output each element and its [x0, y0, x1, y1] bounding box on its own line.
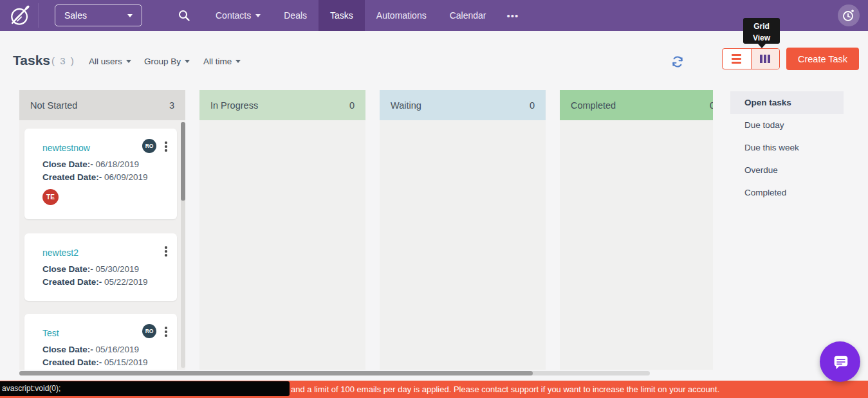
column-name: In Progress [210, 100, 258, 111]
task-card[interactable]: Test Close Date:- 05/16/2019 Created Dat… [24, 314, 177, 370]
engagebay-logo[interactable] [6, 1, 34, 30]
task-card[interactable]: newtestnow Close Date:- 06/18/2019 Creat… [24, 129, 177, 219]
tooltip-text: Grid [743, 21, 780, 32]
banner-text: and a limit of 100 emails per day is app… [291, 381, 719, 398]
task-card[interactable]: newtest2 Close Date:- 05/30/2019 Created… [24, 233, 177, 301]
column-scrollbar[interactable] [181, 122, 185, 368]
nav-more-menu[interactable]: ••• [498, 0, 528, 31]
ellipsis-icon: ••• [507, 10, 519, 21]
tooltip-text: View [743, 32, 780, 44]
filter-label: All time [203, 57, 232, 66]
refresh-icon [671, 55, 684, 68]
horizontal-scrollbar[interactable] [19, 371, 650, 375]
kanban-board: Not Started 3 newtestnow Close Date:- 06… [19, 90, 713, 376]
grid-view-icon [760, 55, 770, 63]
quickfilter-completed[interactable]: Completed [730, 181, 844, 204]
owner-avatar: RO [142, 324, 156, 338]
nav-item-contacts[interactable]: Contacts [204, 0, 272, 31]
create-task-button[interactable]: Create Task [786, 48, 859, 70]
created-date-line: Created Date:- 05/15/2019 [42, 356, 167, 369]
column-body [199, 120, 365, 370]
tooltip-arrow [757, 43, 766, 48]
view-toggle-group [722, 48, 780, 69]
quickfilter-due-today[interactable]: Due today [730, 114, 844, 136]
card-menu-button[interactable] [162, 140, 171, 153]
column-count: 3 [169, 100, 174, 111]
workspace-dropdown[interactable]: Sales [55, 5, 142, 26]
created-date-value: 05/22/2019 [104, 277, 148, 287]
close-date-label: Close Date:- [42, 345, 93, 354]
created-date-label: Created Date:- [42, 277, 102, 287]
nav-item-tasks[interactable]: Tasks [319, 0, 365, 31]
grid-view-tooltip: Grid View [743, 18, 780, 44]
nav-divider [38, 3, 39, 28]
column-count: 0 [710, 100, 713, 111]
list-view-icon [732, 54, 741, 64]
chevron-down-icon [255, 14, 261, 17]
top-nav: Sales Contacts Deals Tasks Automations C… [0, 0, 868, 31]
column-scrollbar-thumb[interactable] [181, 122, 185, 201]
grid-view-button[interactable] [751, 49, 779, 69]
column-header: In Progress 0 [199, 90, 365, 120]
chevron-down-icon [185, 60, 190, 63]
logo-icon [7, 3, 33, 28]
nav-label: Contacts [216, 10, 251, 21]
close-date-value: 05/30/2019 [96, 264, 140, 274]
list-view-button[interactable] [723, 49, 751, 69]
assignee-avatar: TE [42, 189, 59, 205]
chevron-down-icon [126, 60, 131, 63]
column-completed: Completed 0 [560, 90, 713, 370]
user-avatar[interactable] [838, 5, 860, 26]
task-quick-filters: Open tasks Due today Due this week Overd… [730, 91, 844, 204]
column-header: Completed 0 [560, 90, 713, 120]
card-menu-button[interactable] [162, 325, 171, 338]
filter-all-time[interactable]: All time [203, 57, 241, 66]
created-date-line: Created Date:- 05/22/2019 [42, 276, 167, 289]
filter-label: Group By [144, 57, 181, 66]
nav-item-deals[interactable]: Deals [272, 0, 319, 31]
workspace-label: Sales [64, 10, 87, 21]
refresh-button[interactable] [671, 55, 684, 68]
column-name: Completed [571, 100, 616, 111]
close-date-line: Close Date:- 06/18/2019 [42, 158, 167, 171]
column-body [560, 120, 713, 370]
clock-icon [842, 8, 856, 23]
quickfilter-due-this-week[interactable]: Due this week [730, 136, 844, 159]
filter-label: All users [89, 57, 122, 66]
close-date-label: Close Date:- [42, 264, 93, 274]
nav-label: Tasks [330, 10, 353, 21]
created-date-value: 05/15/2019 [104, 357, 148, 367]
column-count: 0 [349, 100, 355, 111]
close-date-line: Close Date:- 05/16/2019 [42, 343, 167, 356]
close-date-value: 05/16/2019 [96, 345, 140, 354]
close-date-label: Close Date:- [42, 159, 93, 169]
chevron-down-icon [235, 60, 241, 63]
created-date-line: Created Date:- 06/09/2019 [42, 171, 167, 184]
card-menu-button[interactable] [162, 245, 171, 258]
column-in-progress: In Progress 0 [199, 90, 365, 370]
chat-launcher-button[interactable] [820, 341, 860, 382]
search-button[interactable] [174, 6, 194, 25]
column-name: Not Started [30, 100, 77, 111]
task-count: ( 3 ) [51, 55, 75, 66]
nav-item-calendar[interactable]: Calendar [438, 0, 498, 31]
task-title-link[interactable]: newtest2 [42, 248, 167, 258]
created-date-label: Created Date:- [42, 357, 102, 367]
status-bar-link-preview: avascript:void(0); [0, 381, 290, 396]
nav-item-automations[interactable]: Automations [365, 0, 438, 31]
column-header: Not Started 3 [19, 90, 185, 120]
column-body [380, 120, 546, 370]
filter-group-by[interactable]: Group By [144, 57, 190, 66]
nav-label: Deals [284, 10, 307, 21]
quickfilter-open-tasks[interactable]: Open tasks [730, 91, 844, 114]
horizontal-scrollbar-thumb[interactable] [19, 371, 533, 375]
search-icon [178, 9, 190, 22]
close-date-line: Close Date:- 05/30/2019 [42, 263, 167, 276]
column-name: Waiting [391, 100, 421, 111]
column-waiting: Waiting 0 [380, 90, 546, 370]
owner-avatar: RO [142, 139, 156, 153]
column-body: newtestnow Close Date:- 06/18/2019 Creat… [19, 120, 185, 370]
quickfilter-overdue[interactable]: Overdue [730, 159, 844, 181]
filter-all-users[interactable]: All users [89, 57, 131, 66]
created-date-label: Created Date:- [42, 172, 102, 182]
